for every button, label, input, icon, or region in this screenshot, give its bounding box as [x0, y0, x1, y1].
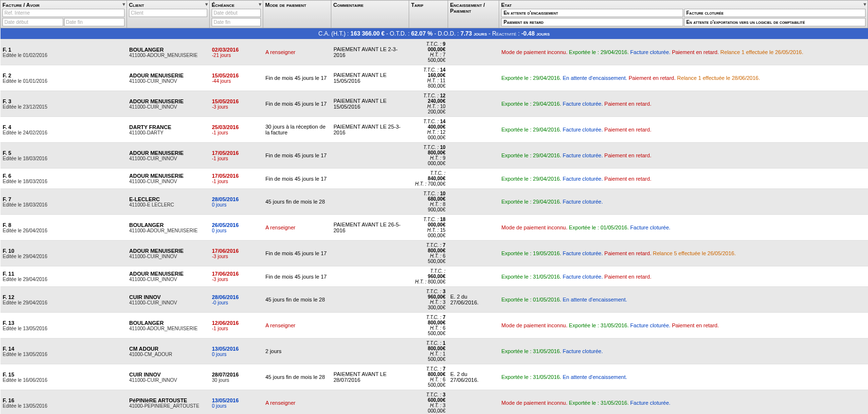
status-fragment: Paiement en retard. [603, 250, 651, 256]
table-row[interactable]: F. 8Editée le 26/04/2016BOULANGER411000-… [0, 215, 868, 241]
status-cell: Exportée le : 29/04/2016. En attente d'e… [499, 65, 868, 91]
due-date: 17/05/2016 [212, 173, 261, 179]
client-name: ADOUR MENUISERIE [129, 248, 207, 254]
header-mode[interactable]: Mode de paiement [263, 0, 331, 28]
status-fragment: Paiement en retard. [603, 127, 651, 132]
summary-ca-label: C.A. (H.T.) : [318, 30, 349, 37]
payment-mode: 30 jours à la réception de la facture [266, 124, 326, 135]
filter-fact-date-end[interactable] [64, 18, 125, 26]
status-fragment: Exportée le : 29/04/2016. [502, 75, 561, 81]
client-name: CM ADOUR [129, 346, 207, 352]
client-code: 411000-ADOUR_MENUISERIE [129, 326, 207, 331]
header-echeance-label: Échéance [212, 2, 235, 8]
status-fragment: Paiement en retard. [603, 101, 651, 107]
filter-icon[interactable]: ▾ [123, 1, 125, 7]
header-client-label: Client [129, 2, 144, 8]
table-row[interactable]: F. 14Editée le 13/05/2016CM ADOUR41000-C… [0, 339, 868, 364]
ht-line: H.T. : 10 200,00€ [412, 104, 446, 114]
payment-mode: A renseigner [266, 400, 296, 406]
ht-line: H.T. : 3 000,00€ [412, 403, 446, 414]
status-fragment: Facture cloturée. [561, 152, 603, 158]
ttc-line: T.T.C. : 12 240,00€ [412, 93, 446, 104]
client-name: PéPINIèRE ARTOUSTE [129, 397, 207, 403]
state-filter-export[interactable]: En attente d'exportation vers un logicie… [684, 18, 866, 26]
header-encaissement[interactable]: Encaissement / Paiement [448, 0, 499, 28]
due-date: 26/05/2016 [212, 222, 261, 228]
due-date: 28/07/2016 [212, 372, 261, 377]
filter-icon[interactable]: ▾ [259, 1, 261, 7]
status-cell: Exportée le : 31/05/2016. En attente d'e… [499, 364, 868, 390]
header-tarif[interactable]: Tarif [409, 0, 448, 28]
filter-icon[interactable]: ▾ [864, 1, 866, 7]
payment-ref: E. 2 du 27/06/2016. [451, 294, 479, 305]
ht-line: H.T. : 12 000,00€ [412, 130, 446, 140]
header-echeance[interactable]: Échéance ▾ [210, 0, 263, 28]
summary-dod-value: 7.73 jours [460, 30, 487, 37]
header-etat[interactable]: Etat ▾ En attente d'encaissement Facture… [499, 0, 868, 28]
client-code: 411000-ADOUR_MENUISERIE [129, 228, 207, 233]
filter-icon[interactable]: ▾ [205, 1, 208, 7]
status-cell: Exportée le : 29/04/2016. Facture clotur… [499, 169, 868, 189]
table-row[interactable]: F. 2Editée le 01/01/2016ADOUR MENUISERIE… [0, 65, 868, 91]
client-code: 411000-CUIR_INNOV [129, 300, 207, 305]
invoice-ref: F. 16 [3, 397, 125, 403]
table-row[interactable]: F. 15Editée le 16/06/2016CUIR INNOV41100… [0, 364, 868, 390]
status-fragment: Exportée le : 29/04/2016. [502, 101, 561, 107]
invoice-ref: F. 6 [3, 173, 125, 179]
table-row[interactable]: F. 12Editée le 29/04/2016CUIR INNOV41100… [0, 287, 868, 313]
table-row[interactable]: F. 7Editée le 18/03/2016E-LECLERC411000-… [0, 189, 868, 215]
status-fragment: Facture cloturée. [629, 49, 670, 55]
client-code: 411000-CUIR_INNOV [129, 179, 207, 184]
payment-mode: A renseigner [266, 322, 296, 328]
table-row[interactable]: F. 4Editée le 24/02/2016DARTY FRANCE4110… [0, 117, 868, 143]
state-filter-awaiting[interactable]: En attente d'encaissement [501, 9, 683, 17]
status-fragment: Mode de paiement inconnu. [502, 225, 568, 230]
due-delta: -0 jours [212, 300, 261, 305]
invoice-date: Editée le 13/05/2016 [3, 326, 125, 331]
invoice-ref: F. 11 [3, 271, 125, 277]
summary-react-value: -0.48 jours [521, 30, 549, 37]
header-facture[interactable]: Facture / Avoir ▾ [0, 0, 127, 28]
status-fragment: Facture cloturée. [629, 225, 670, 230]
ht-line: H.T. : 8 900,00€ [412, 202, 446, 212]
status-cell: Exportée le : 29/04/2016. Facture clotur… [499, 143, 868, 169]
status-fragment: Relance 1 effectuée le 28/06/2016. [676, 75, 760, 81]
table-row[interactable]: F. 10Editée le 29/04/2016ADOUR MENUISERI… [0, 241, 868, 266]
table-row[interactable]: F. 6Editée le 18/03/2016ADOUR MENUISERIE… [0, 169, 868, 189]
header-client[interactable]: Client ▾ [127, 0, 210, 28]
status-fragment: Exportée le : 31/05/2016. [567, 322, 629, 328]
header-commentaire[interactable]: Commentaire [331, 0, 409, 28]
table-row[interactable]: F. 3Editée le 23/12/2015ADOUR MENUISERIE… [0, 91, 868, 117]
filter-ech-date-start[interactable] [212, 9, 261, 17]
client-name: ADOUR MENUISERIE [129, 150, 207, 156]
due-date: 17/06/2016 [212, 271, 261, 277]
table-row[interactable]: F. 1Editée le 01/02/2016BOULANGER411000-… [0, 39, 868, 65]
filter-fact-date-start[interactable] [2, 18, 63, 26]
client-name: E-LECLERC [129, 196, 207, 202]
due-delta: -3 jours [212, 277, 261, 282]
client-code: 41000-CM_ADOUR [129, 352, 207, 357]
invoice-ref: F. 12 [3, 294, 125, 300]
client-code: 411000-CUIR_INNOV [129, 104, 207, 110]
ttc-line: T.T.C. : 1 800,00€ [412, 340, 446, 351]
summary-dod-label: D.O.D. : [438, 30, 459, 37]
due-delta: -44 jours [212, 78, 261, 84]
table-row[interactable]: F. 13Editée le 13/05/2016BOULANGER411000… [0, 313, 868, 339]
table-row[interactable]: F. 5Editée le 18/03/2016ADOUR MENUISERIE… [0, 143, 868, 169]
status-fragment: Paiement en retard. [670, 49, 719, 55]
filter-client-input[interactable] [129, 9, 207, 17]
invoice-date: Editée le 18/03/2016 [3, 202, 125, 207]
summary-otd-value: 62.07 % [411, 30, 433, 37]
filter-ref-input[interactable] [2, 9, 125, 17]
status-cell: Exportée le : 29/04/2016. Facture clotur… [499, 117, 868, 143]
invoice-ref: F. 3 [3, 98, 125, 104]
state-filter-late[interactable]: Paiement en retard [501, 18, 683, 26]
invoice-ref: F. 15 [3, 372, 125, 377]
filter-ech-date-end[interactable] [212, 18, 261, 26]
table-row[interactable]: F. 11Editée le 29/04/2016ADOUR MENUISERI… [0, 266, 868, 287]
status-cell: Exportée le : 29/04/2016. Facture clotur… [499, 189, 868, 215]
state-filter-closed[interactable]: Facture cloturée [684, 9, 866, 17]
ht-line: H.T. : 9 000,00€ [412, 155, 446, 166]
table-row[interactable]: F. 16Editée le 13/05/2016PéPINIèRE ARTOU… [0, 390, 868, 414]
ttc-line: T.T.C. : 14 160,00€ [412, 67, 446, 78]
